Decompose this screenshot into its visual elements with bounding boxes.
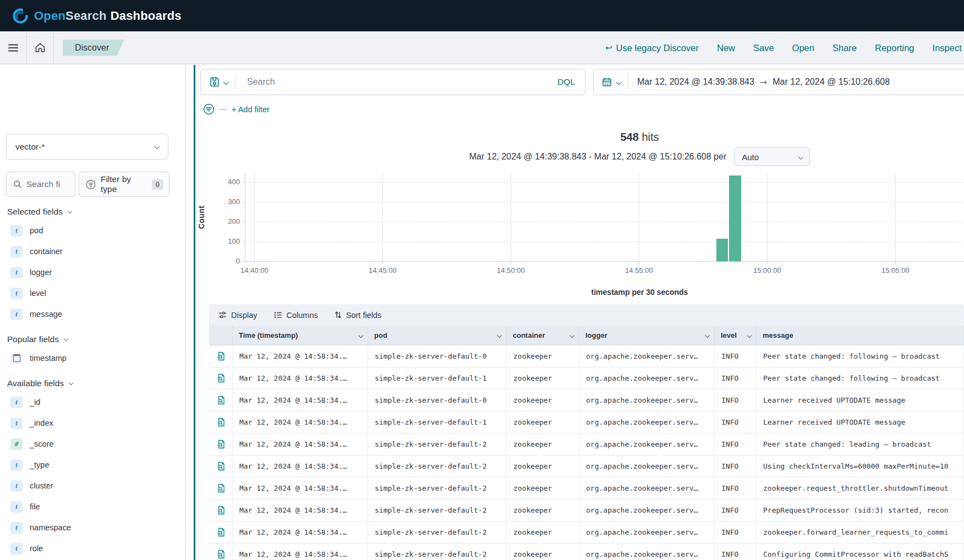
chevron-down-icon[interactable]: [497, 333, 501, 338]
field-item[interactable]: t _id: [6, 392, 185, 413]
histogram-bar[interactable]: [729, 175, 741, 261]
chevron-down-icon[interactable]: [358, 333, 363, 338]
cell-pod: simple-zk-server-default-2: [368, 499, 507, 521]
cell-time: Mar 12, 2024 @ 14:58:34.…: [233, 477, 368, 499]
date-range-end[interactable]: Mar 12, 2024 @ 15:10:26.608: [773, 77, 890, 87]
list-icon: [274, 311, 282, 319]
field-item[interactable]: t container: [6, 241, 185, 262]
menu-button[interactable]: [0, 31, 26, 64]
column-header[interactable]: logger: [579, 326, 715, 345]
field-item[interactable]: # _score: [6, 433, 185, 454]
expand-document-button[interactable]: [209, 521, 233, 543]
filter-count-badge: 0: [152, 179, 163, 190]
sort-fields-button[interactable]: Sort fields: [335, 311, 381, 320]
expand-document-button[interactable]: [209, 367, 233, 389]
column-header[interactable]: pod: [368, 326, 507, 345]
cell-level: INFO: [715, 433, 757, 455]
y-tick: [243, 261, 245, 262]
field-type-badge: t: [10, 397, 23, 408]
table-row: Mar 12, 2024 @ 14:58:34.… simple-zk-serv…: [209, 477, 964, 499]
discover-sidebar: vector-* Filter by type 0 Selected field…: [0, 64, 185, 560]
chevron-down-icon[interactable]: [705, 333, 709, 338]
section-available-fields[interactable]: Available fields: [7, 378, 185, 388]
expand-document-button[interactable]: [209, 455, 233, 477]
top-menu-item[interactable]: ↩ Open: [792, 43, 814, 53]
top-menu-item[interactable]: ↩ Reporting: [875, 43, 914, 53]
top-menu-item[interactable]: ↩ Inspect: [933, 43, 962, 53]
section-popular-fields[interactable]: Popular fields: [7, 334, 185, 344]
top-menu-item[interactable]: ↩ New: [717, 43, 735, 53]
column-header[interactable]: Time (timestamp): [233, 326, 368, 345]
table-row: Mar 12, 2024 @ 14:58:34.… simple-zk-serv…: [209, 521, 964, 543]
field-item[interactable]: timestamp: [6, 348, 185, 369]
top-menu-item[interactable]: ↩ Save: [753, 43, 774, 53]
histogram-panel: 548 hits Mar 12, 2024 @ 14:39:38.843 - M…: [245, 131, 964, 307]
cell-time: Mar 12, 2024 @ 14:58:34.…: [233, 455, 368, 477]
expand-document-button[interactable]: [209, 543, 233, 560]
field-item[interactable]: t level: [6, 283, 185, 304]
saved-query-menu[interactable]: [201, 77, 235, 87]
filter-circle-icon[interactable]: [203, 103, 215, 115]
filter-by-type-button[interactable]: Filter by type 0: [79, 172, 169, 197]
expand-document-button[interactable]: [209, 411, 233, 433]
display-label: Display: [231, 311, 258, 320]
field-item[interactable]: t logger: [6, 262, 185, 283]
section-title: Popular fields: [7, 334, 59, 344]
chevron-down-icon[interactable]: [569, 333, 574, 338]
field-search-input[interactable]: [26, 179, 74, 189]
field-item[interactable]: t file: [6, 496, 185, 517]
field-item[interactable]: t pod: [6, 220, 185, 241]
top-menu-item[interactable]: ↩ Use legacy Discover: [605, 43, 699, 53]
calendar-icon: [602, 77, 612, 87]
table-row: Mar 12, 2024 @ 14:58:34.… simple-zk-serv…: [209, 345, 964, 367]
y-axis-title: Count: [197, 206, 206, 229]
search-input[interactable]: [236, 77, 557, 87]
x-axis-line: [245, 261, 964, 262]
home-button[interactable]: [27, 31, 53, 64]
date-quick-menu[interactable]: [594, 77, 628, 87]
top-menu-item[interactable]: ↩ Share: [832, 43, 857, 53]
field-item[interactable]: t _type: [6, 454, 185, 475]
expand-document-button[interactable]: [209, 499, 233, 521]
column-header[interactable]: container: [507, 326, 579, 345]
columns-button[interactable]: Columns: [274, 311, 318, 320]
gridline-x: [511, 173, 511, 261]
expand-document-button[interactable]: [209, 389, 233, 411]
query-language-button[interactable]: DQL: [557, 77, 585, 87]
add-filter-button[interactable]: + Add filter: [232, 105, 270, 114]
expand-document-button[interactable]: [209, 477, 233, 499]
inspect-document-icon: [216, 374, 226, 383]
section-selected-fields[interactable]: Selected fields: [7, 207, 185, 217]
y-tick: [243, 241, 245, 242]
field-item[interactable]: t _index: [6, 413, 185, 433]
breadcrumb-discover[interactable]: Discover: [63, 40, 124, 56]
index-pattern-select[interactable]: vector-*: [6, 134, 168, 160]
cell-pod: simple-zk-server-default-2: [368, 477, 507, 499]
histogram-chart[interactable]: Count 010020030040014:40:0014:45:0014:50…: [245, 173, 964, 261]
field-item[interactable]: t cluster: [6, 475, 185, 496]
index-pattern-value: vector-*: [15, 142, 45, 152]
interval-select[interactable]: Auto: [734, 147, 810, 166]
top-menu-item-label: Save: [753, 43, 774, 53]
field-type-badge: t: [10, 309, 23, 320]
save-icon: [210, 77, 220, 87]
cell-level: INFO: [715, 521, 757, 543]
table-row: Mar 12, 2024 @ 14:58:34.… simple-zk-serv…: [209, 389, 964, 411]
cell-time: Mar 12, 2024 @ 14:58:34.…: [233, 367, 368, 389]
date-range-start[interactable]: Mar 12, 2024 @ 14:39:38.843: [637, 77, 754, 87]
expand-document-button[interactable]: [209, 345, 233, 367]
histogram-bar[interactable]: [716, 239, 728, 261]
field-name: _id: [30, 398, 40, 407]
field-item[interactable]: t namespace: [6, 517, 185, 538]
cell-logger: org.apache.zookeeper.serv…: [579, 367, 715, 389]
column-header[interactable]: level: [715, 326, 757, 345]
chevron-down-icon[interactable]: [747, 333, 751, 338]
column-header[interactable]: message: [757, 326, 964, 345]
display-button[interactable]: Display: [218, 311, 258, 320]
field-item[interactable]: t message: [6, 304, 185, 325]
columns-label: Columns: [287, 311, 318, 320]
expand-document-button[interactable]: [209, 433, 233, 455]
cell-message: zookeeper.forward_learner_requests_to_co…: [757, 521, 964, 543]
field-item[interactable]: t role: [6, 538, 185, 559]
field-type-badge: t: [10, 418, 23, 429]
